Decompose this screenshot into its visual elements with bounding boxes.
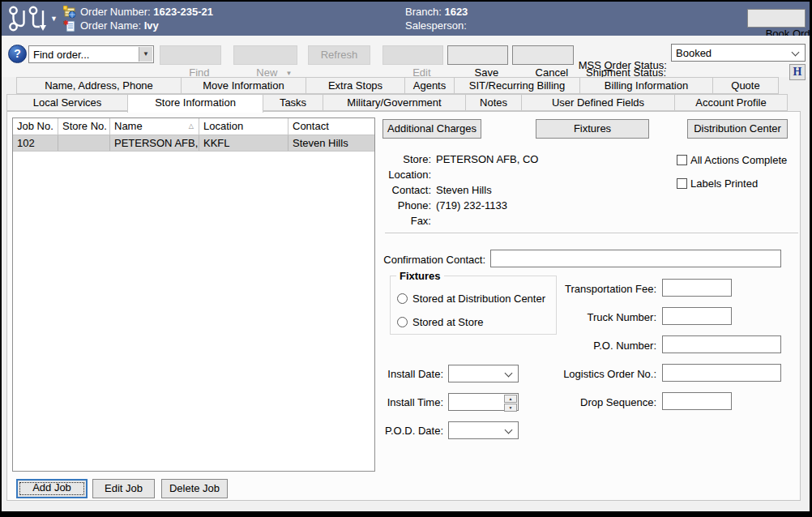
order-number-value: 1623-235-21 [153, 6, 213, 18]
save-button[interactable]: Save [447, 45, 508, 65]
confirmation-contact-input[interactable] [490, 250, 781, 267]
refresh-button[interactable]: Refresh [308, 45, 370, 65]
tab-tasks[interactable]: Tasks [263, 94, 323, 111]
all-actions-complete-label: All Actions Complete [690, 154, 787, 166]
tab-account-profile[interactable]: Account Profile [674, 94, 788, 111]
pod-date-label: P.O.D. Date: [370, 425, 443, 437]
transportation-fee-label: Transportation Fee: [526, 283, 656, 295]
column-header-name[interactable]: Name △ [110, 118, 199, 135]
toolbar: ? Find order... ▼ Find New▼ Refresh Edit… [2, 36, 810, 77]
book-order-button[interactable]: Book Order [747, 9, 806, 28]
mss-order-status-value: Booked [676, 47, 712, 59]
po-number-input[interactable] [662, 335, 781, 353]
application-window: ▼ ✱ Order Number: 1623-235-21 Order Name… [0, 0, 812, 517]
help-icon[interactable]: ? [8, 45, 27, 63]
jobs-table: Job No. Store No. Name △ Location Contac… [12, 118, 375, 472]
store-information-panel: Job No. Store No. Name △ Location Contac… [6, 111, 801, 501]
tab-user-defined-fields[interactable]: User Defined Fields [521, 94, 675, 111]
po-number-label: P.O. Number: [526, 340, 656, 352]
fax-label: Fax: [363, 215, 431, 227]
install-date-select[interactable] [448, 365, 519, 382]
spin-down-icon[interactable]: ▼ [504, 404, 517, 412]
tab-extra-stops[interactable]: Extra Stops [306, 77, 405, 94]
find-button[interactable]: Find [160, 45, 221, 65]
cell-contact: Steven Hills [288, 135, 374, 151]
labels-printed-checkbox[interactable] [677, 178, 687, 189]
transportation-fee-input[interactable] [662, 279, 732, 297]
tab-row-2: Local Services Store Information Tasks M… [6, 94, 794, 111]
edit-job-button[interactable]: Edit Job [92, 479, 155, 498]
tab-name-address-phone[interactable]: Name, Address, Phone [16, 77, 182, 94]
tab-agents[interactable]: Agents [404, 77, 455, 94]
store-value: PETERSON AFB, CO [436, 153, 538, 165]
find-order-value: Find order... [33, 49, 89, 61]
drop-sequence-input[interactable] [662, 392, 732, 410]
column-header-contact[interactable]: Contact [288, 118, 374, 135]
install-date-label: Install Date: [370, 368, 443, 380]
order-number-icon [63, 6, 76, 19]
sort-ascending-icon: △ [189, 122, 194, 130]
contact-value: Steven Hills [436, 184, 492, 196]
fixtures-group-title: Fixtures [396, 270, 444, 282]
branch-value: 1623 [444, 6, 468, 18]
column-header-job-no[interactable]: Job No. [13, 118, 58, 135]
cell-name: PETERSON AFB, C [110, 135, 199, 151]
truck-number-label: Truck Number: [526, 311, 656, 323]
distribution-center-button[interactable]: Distribution Center [687, 119, 788, 139]
stored-at-store-label: Stored at Store [412, 316, 483, 328]
chevron-down-icon [505, 370, 513, 378]
tab-row-1: Name, Address, Phone Move Information Ex… [16, 77, 786, 94]
contact-label: Contact: [363, 184, 431, 196]
tab-local-services[interactable]: Local Services [6, 94, 128, 111]
logo-dropdown-icon[interactable]: ▼ [50, 15, 58, 23]
phone-value: (719) 232-1133 [436, 199, 507, 212]
stored-at-distribution-center-radio[interactable] [397, 293, 408, 304]
tab-notes[interactable]: Notes [465, 94, 522, 111]
phone-label: Phone: [363, 199, 431, 212]
table-row[interactable]: 102 PETERSON AFB, C KKFL Steven Hills [13, 135, 374, 152]
column-header-location[interactable]: Location [199, 118, 288, 135]
truck-number-input[interactable] [662, 307, 732, 325]
order-name-label: Order Name: [80, 19, 144, 32]
stored-at-store-radio[interactable] [397, 317, 408, 327]
cell-store-no [58, 135, 110, 151]
logistics-order-no-label: Logistics Order No.: [526, 368, 656, 380]
fixtures-button[interactable]: Fixtures [536, 119, 649, 139]
column-header-store-no[interactable]: Store No. [58, 118, 110, 135]
new-button[interactable]: New▼ [233, 45, 297, 65]
tab-quote[interactable]: Quote [712, 77, 779, 94]
jobs-table-header: Job No. Store No. Name △ Location Contac… [13, 118, 374, 135]
tab-sit-recurring-billing[interactable]: SIT/Recurring Billing [454, 77, 580, 94]
tab-billing-information[interactable]: Billing Information [579, 77, 713, 94]
find-order-combobox[interactable]: Find order... ▼ [28, 45, 154, 63]
logistics-order-no-input[interactable] [662, 364, 781, 382]
add-job-button[interactable]: Add Job [16, 479, 88, 498]
branch-label: Branch: [405, 6, 444, 18]
find-order-dropdown-icon[interactable]: ▼ [139, 47, 152, 62]
cell-job-no: 102 [13, 135, 58, 151]
section-divider [385, 233, 798, 234]
tab-store-information[interactable]: Store Information [127, 94, 263, 113]
install-time-label: Install Time: [370, 396, 443, 408]
chevron-down-icon [792, 49, 800, 57]
all-actions-complete-checkbox[interactable] [677, 155, 687, 165]
chevron-down-icon [505, 426, 513, 434]
new-dropdown-icon[interactable]: ▼ [277, 70, 292, 77]
spin-up-icon[interactable]: ▲ [504, 395, 517, 403]
tab-military-government[interactable]: Military/Government [323, 94, 466, 111]
install-time-spinner[interactable]: ▲ ▼ [448, 393, 519, 411]
edit-button[interactable]: Edit [382, 45, 443, 65]
drop-sequence-label: Drop Sequence: [526, 396, 656, 408]
order-name-value: Ivy [144, 19, 159, 32]
app-logo-icon [8, 5, 50, 32]
pod-date-select[interactable] [448, 421, 519, 439]
tab-move-information[interactable]: Move Information [181, 77, 306, 94]
title-bar: ▼ ✱ Order Number: 1623-235-21 Order Name… [2, 2, 810, 36]
history-button[interactable]: H [789, 64, 806, 80]
mss-order-status-select[interactable]: Booked [671, 44, 806, 62]
svg-text:✱: ✱ [63, 19, 69, 27]
salesperson-label: Salesperson: [405, 19, 467, 32]
additional-charges-button[interactable]: Additional Charges [382, 119, 481, 139]
delete-job-button[interactable]: Delete Job [161, 479, 228, 498]
confirmation-contact-label: Confirmation Contact: [356, 254, 485, 266]
